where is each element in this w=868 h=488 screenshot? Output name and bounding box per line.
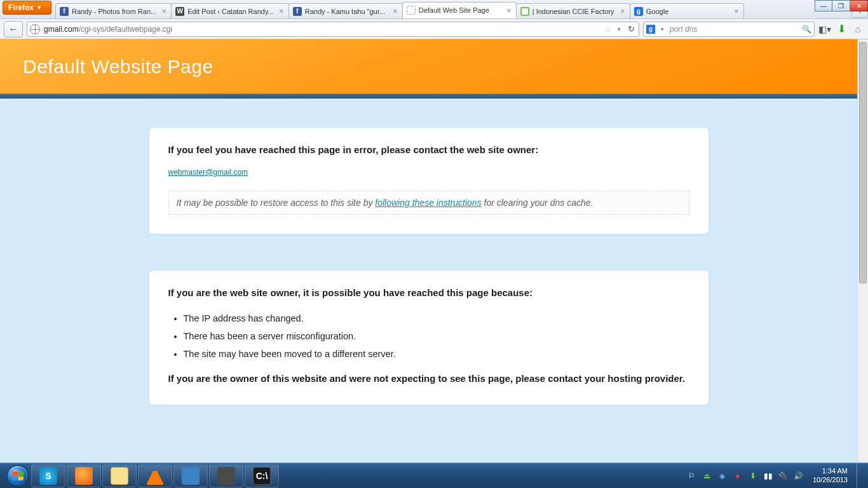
firefox-icon: [75, 467, 93, 485]
tab-close-icon[interactable]: ×: [618, 7, 627, 16]
notice-post: for clearing your dns cache.: [482, 198, 593, 208]
tab-close-icon[interactable]: ×: [732, 7, 741, 16]
notice-pre: It may be possible to restore access to …: [177, 198, 376, 208]
card-contact-owner: If you feel you have reached this page i…: [149, 128, 709, 234]
tabstrip: fRandy - Photos from Ran...×WEdit Post ‹…: [55, 1, 849, 18]
tray-download-icon[interactable]: ⬇: [748, 471, 758, 481]
webmaster-email-link[interactable]: webmaster@gmail.com: [168, 168, 248, 177]
reason-item-0: The IP address has changed.: [184, 309, 689, 327]
netbeans-icon: [217, 467, 235, 485]
home-icon[interactable]: ⌂: [851, 23, 864, 36]
device-manager-icon: [182, 467, 200, 485]
search-bar[interactable]: g ▾ 🔍: [643, 22, 815, 37]
window-minimize-button[interactable]: —: [815, 0, 832, 11]
taskbar-app-cmd[interactable]: C:\: [245, 464, 279, 487]
card-site-owner: If you are the web site owner, it is pos…: [149, 271, 709, 405]
skype-icon: S: [39, 467, 57, 485]
browser-tab-3[interactable]: Default Web Site Page×: [402, 2, 517, 18]
vlc-icon: [146, 467, 164, 485]
wp-favicon-icon: W: [175, 7, 184, 16]
taskbar-app-skype[interactable]: S: [31, 464, 65, 487]
tray-flag-icon[interactable]: ⚐: [687, 471, 697, 481]
instructions-link[interactable]: following these instructions: [375, 198, 481, 208]
tab-close-icon[interactable]: ×: [277, 7, 286, 16]
card2-lead-text: If you are the web site owner, it is pos…: [168, 287, 689, 298]
taskbar-app-netbeans[interactable]: [209, 464, 243, 487]
bookmark-star-icon[interactable]: ☆: [604, 24, 612, 34]
tray-power-icon[interactable]: 🔌: [778, 471, 789, 481]
tray-antivirus-icon[interactable]: ●: [733, 471, 743, 481]
tray-idm-icon[interactable]: ◆: [717, 471, 728, 481]
tab-label: Randy - Photos from Ran...: [72, 8, 156, 15]
search-icon[interactable]: 🔍: [802, 25, 811, 34]
reasons-list: The IP address has changed.There has bee…: [168, 309, 689, 363]
start-button[interactable]: [5, 463, 31, 489]
url-bar[interactable]: gmail.com/cgi-sys/defaultwebpage.cgi ☆ ▾…: [27, 22, 639, 37]
explorer-icon: [111, 467, 128, 485]
start-orb-icon: [7, 465, 29, 487]
hero-divider: [0, 93, 857, 98]
card-lead-text: If you feel you have reached this page i…: [168, 144, 689, 155]
page-content: Default Website Page If you feel you hav…: [0, 39, 857, 463]
search-input[interactable]: [670, 25, 798, 34]
dns-cache-notice: It may be possible to restore access to …: [168, 191, 689, 215]
page-title: Default Website Page: [23, 56, 214, 78]
reason-item-2: The site may have been moved to a differ…: [184, 345, 689, 363]
firefox-menu-button[interactable]: Firefox ▼: [3, 1, 51, 15]
globe-icon: [30, 24, 40, 34]
tray-network-icon[interactable]: ▮▮: [763, 471, 773, 481]
browser-tabstrip-row: Firefox ▼ fRandy - Photos from Ran...×WE…: [0, 0, 868, 19]
g-favicon-icon: g: [634, 7, 643, 16]
card2-closing-text: If you are the owner of this website and…: [168, 372, 689, 386]
url-path: /cgi-sys/defaultwebpage.cgi: [79, 25, 172, 34]
fb-favicon-icon: f: [60, 7, 69, 16]
browser-tab-2[interactable]: fRandy - Kamu tahu "gur...×: [288, 3, 403, 18]
show-desktop-button[interactable]: [857, 463, 863, 489]
url-domain: gmail.com: [44, 25, 79, 34]
window-close-button[interactable]: ✕: [850, 0, 868, 11]
tray-safely-remove-icon[interactable]: ⏏: [702, 471, 712, 481]
windows-taskbar: S C:\ ⚐ ⏏ ◆ ● ⬇ ▮▮ 🔌 🔊 1:34 AM 10/26/201…: [0, 463, 868, 488]
reload-icon[interactable]: ↻: [627, 24, 636, 34]
vertical-scrollbar[interactable]: [857, 39, 868, 463]
taskbar-app-firefox[interactable]: [67, 464, 101, 487]
tray-volume-icon[interactable]: 🔊: [794, 471, 804, 481]
back-button[interactable]: ←: [4, 21, 23, 37]
tab-label: | Indonesian CCIE Factory: [532, 8, 615, 15]
taskbar-app-devicemgr[interactable]: [173, 464, 208, 487]
caret-down-icon: ▼: [36, 4, 42, 11]
browser-nav-row: ← gmail.com/cgi-sys/defaultwebpage.cgi ☆…: [0, 19, 868, 39]
tab-label: Edit Post ‹ Catatan Randy...: [187, 8, 274, 15]
taskbar-clock[interactable]: 1:34 AM 10/26/2013: [813, 467, 848, 484]
tab-label: Default Web Site Page: [419, 6, 501, 14]
ci-favicon-icon: [520, 7, 529, 16]
fb-favicon-icon: f: [293, 7, 302, 16]
hero-banner: Default Website Page: [0, 39, 857, 93]
dot-favicon-icon: [407, 6, 416, 15]
tab-close-icon[interactable]: ×: [159, 7, 168, 16]
arrow-left-icon: ←: [8, 24, 18, 35]
cmd-icon: C:\: [253, 467, 271, 485]
browser-tab-4[interactable]: | Indonesian CCIE Factory×: [516, 3, 630, 18]
clock-date: 10/26/2013: [813, 476, 848, 484]
scrollbar-thumb[interactable]: [859, 42, 867, 283]
reason-item-1: There has been a server misconfiguration…: [184, 327, 689, 345]
url-text: gmail.com/cgi-sys/defaultwebpage.cgi: [44, 25, 600, 34]
tab-label: Google: [646, 8, 729, 15]
taskbar-app-vlc[interactable]: [138, 464, 172, 487]
tab-close-icon[interactable]: ×: [505, 6, 513, 15]
system-tray: ⚐ ⏏ ◆ ● ⬇ ▮▮ 🔌 🔊 1:34 AM 10/26/2013: [687, 463, 863, 489]
google-engine-icon[interactable]: g: [646, 25, 655, 34]
browser-tab-1[interactable]: WEdit Post ‹ Catatan Randy...×: [171, 3, 289, 18]
page-viewport: Default Website Page If you feel you hav…: [0, 39, 868, 463]
tab-close-icon[interactable]: ×: [391, 7, 400, 16]
downloads-icon[interactable]: ⬇: [835, 23, 848, 36]
url-dropdown-caret-icon[interactable]: ▾: [616, 26, 623, 32]
firefox-menu-label: Firefox: [8, 3, 34, 12]
search-engine-caret-icon[interactable]: ▾: [659, 26, 666, 32]
taskbar-app-explorer[interactable]: [102, 464, 137, 487]
window-maximize-button[interactable]: ❐: [832, 0, 850, 11]
browser-tab-5[interactable]: gGoogle×: [630, 3, 744, 18]
bookmarks-dropdown-icon[interactable]: ◧▾: [818, 23, 831, 36]
browser-tab-0[interactable]: fRandy - Photos from Ran...×: [55, 3, 172, 18]
